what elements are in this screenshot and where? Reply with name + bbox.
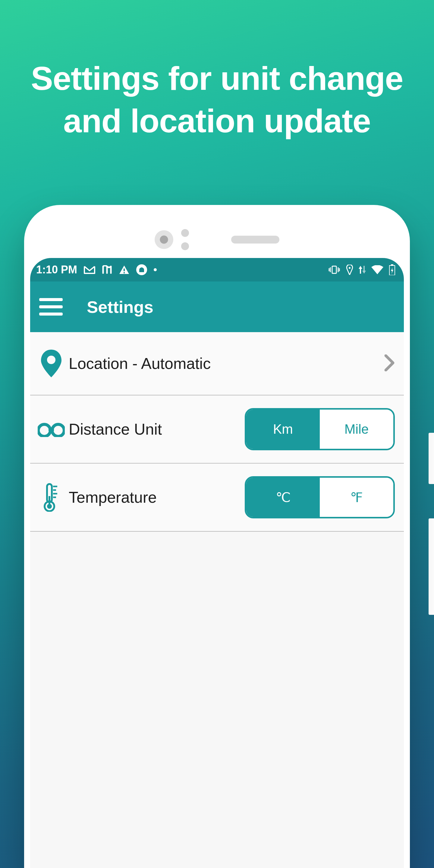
svg-rect-14 — [49, 496, 50, 505]
menu-button[interactable] — [39, 298, 63, 315]
device-camera-cluster — [155, 229, 189, 250]
status-right — [328, 264, 396, 275]
mosque-icon — [136, 264, 147, 275]
location-pin-icon — [36, 350, 66, 377]
distance-km-option[interactable]: Km — [246, 410, 320, 449]
device-sensor-dots — [181, 229, 189, 250]
distance-unit-toggle: Km Mile — [245, 408, 395, 450]
svg-point-4 — [349, 267, 350, 269]
temperature-toggle: ℃ ℉ — [245, 476, 395, 518]
distance-unit-label: Distance Unit — [69, 420, 162, 438]
vibrate-icon — [328, 265, 341, 275]
device-notch — [24, 229, 410, 250]
device-camera — [155, 230, 173, 249]
thermometer-icon — [36, 483, 66, 512]
dot-icon — [154, 268, 157, 271]
screen: 1:10 PM — [30, 258, 404, 868]
temperature-row: Temperature ℃ ℉ — [30, 464, 404, 532]
device-speaker — [231, 236, 279, 244]
device-frame: 1:10 PM — [24, 205, 410, 868]
device-button-notch — [429, 518, 434, 615]
data-arrows-icon — [359, 265, 366, 274]
distance-mile-option[interactable]: Mile — [320, 410, 393, 449]
warning-icon — [119, 265, 130, 275]
battery-charging-icon — [389, 264, 396, 275]
svg-rect-1 — [124, 272, 125, 273]
svg-point-7 — [47, 355, 56, 364]
wifi-icon — [371, 265, 383, 274]
binoculars-icon — [36, 421, 66, 437]
page-title: Settings — [87, 297, 153, 317]
svg-rect-6 — [391, 264, 393, 266]
temperature-label: Temperature — [69, 488, 157, 506]
svg-rect-0 — [124, 269, 125, 271]
promo-background: Settings for unit change and location up… — [0, 0, 434, 868]
location-label: Location - Automatic — [69, 354, 211, 373]
app-bar: Settings — [30, 281, 404, 332]
svg-rect-3 — [332, 266, 336, 273]
promo-headline-line1: Settings for unit change — [18, 57, 416, 100]
distance-unit-row: Distance Unit Km Mile — [30, 396, 404, 464]
status-left: 1:10 PM — [33, 264, 157, 276]
chevron-right-icon — [384, 354, 395, 373]
temperature-celsius-option[interactable]: ℃ — [246, 478, 320, 517]
temperature-fahrenheit-option[interactable]: ℉ — [320, 478, 393, 517]
status-bar: 1:10 PM — [30, 258, 404, 281]
status-time: 1:10 PM — [33, 264, 77, 276]
settings-list: Location - Automatic Distance Unit Km Mi… — [30, 332, 404, 532]
location-row[interactable]: Location - Automatic — [30, 332, 404, 396]
gmail-icon — [84, 265, 95, 274]
promo-headline: Settings for unit change and location up… — [0, 57, 434, 142]
promo-headline-line2: and location update — [18, 100, 416, 142]
svg-rect-10 — [49, 428, 54, 431]
location-icon — [346, 265, 353, 275]
music-icon — [102, 265, 112, 274]
device-button-notch — [429, 433, 434, 484]
